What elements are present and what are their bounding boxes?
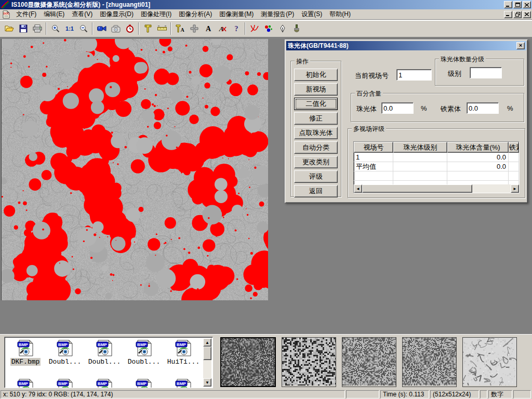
mdi-minimize-button[interactable] xyxy=(504,11,512,18)
scrollbar-thumb[interactable] xyxy=(362,184,472,193)
ferrite-percent-sign: % xyxy=(507,104,513,112)
open-file-button[interactable] xyxy=(2,22,16,35)
bmp-file-icon xyxy=(175,339,192,357)
file-item[interactable] xyxy=(45,378,85,388)
toolbar-separator xyxy=(46,22,47,35)
current-field-input[interactable] xyxy=(396,69,432,81)
status-spacer xyxy=(480,390,487,398)
toolbar-separator xyxy=(170,22,171,35)
grade-button[interactable]: 评级 xyxy=(294,170,338,183)
phase-dots-button[interactable] xyxy=(261,22,275,35)
col-field-number[interactable]: 视场号 xyxy=(354,142,393,153)
svg-text:A: A xyxy=(218,25,223,33)
measure-text-button[interactable]: A xyxy=(173,22,187,35)
zoom-in-button[interactable] xyxy=(48,22,62,35)
menu-view[interactable]: 查看(V) xyxy=(68,9,96,20)
binarize-button[interactable]: 二值化 xyxy=(294,98,338,110)
text-style-button[interactable]: A xyxy=(215,22,229,35)
change-class-button[interactable]: 更改类别 xyxy=(294,156,338,168)
operations-group: 操作 初始化 新视场 二值化 修正 点取珠光体 自动分类 更改类别 评级 返回 xyxy=(290,61,341,197)
level-input[interactable] xyxy=(470,67,502,78)
menu-file[interactable]: 文件(F) xyxy=(12,9,40,20)
file-item[interactable] xyxy=(124,378,164,388)
dialog-title: 珠光体(GB/T9441-88) xyxy=(288,42,516,50)
image-thumbnail[interactable] xyxy=(282,338,336,385)
file-browser-scrollbar[interactable]: ▲ ▼ xyxy=(203,338,211,387)
menu-image-processing[interactable]: 图像处理(I) xyxy=(137,9,175,20)
return-button[interactable]: 返回 xyxy=(294,185,338,197)
file-item[interactable]: HuiTi... xyxy=(164,339,203,366)
menu-edit[interactable]: 编辑(E) xyxy=(40,9,68,20)
file-item[interactable] xyxy=(85,378,124,388)
initialize-button[interactable]: 初始化 xyxy=(294,69,338,81)
file-name: DKF.bmp xyxy=(10,358,41,366)
status-spacer xyxy=(346,390,379,398)
scroll-right-icon[interactable]: ► xyxy=(511,184,519,193)
actual-size-button[interactable]: 1:1 xyxy=(62,22,76,35)
mdi-restore-button[interactable] xyxy=(513,11,522,18)
maximize-button[interactable] xyxy=(513,1,522,8)
file-browser: DKF.bmp Doubl... Doubl... Doubl... HuiTi… xyxy=(4,337,213,388)
scroll-left-icon[interactable]: ◄ xyxy=(354,184,362,193)
camera-capture-button[interactable] xyxy=(109,22,123,35)
image-thumbnail[interactable] xyxy=(342,338,396,385)
fill-brush-button[interactable] xyxy=(289,22,303,35)
draw-pen-button[interactable] xyxy=(275,22,289,35)
pearlite-percent-input[interactable] xyxy=(381,102,414,114)
file-item[interactable] xyxy=(6,378,45,388)
menu-help[interactable]: 帮助(H) xyxy=(326,9,354,20)
table-horizontal-scrollbar[interactable]: ◄ ► xyxy=(354,184,519,193)
caliper-button[interactable] xyxy=(141,22,155,35)
menu-settings[interactable]: 设置(S) xyxy=(298,9,326,20)
save-button[interactable] xyxy=(16,22,30,35)
grain-boundary-button[interactable] xyxy=(247,22,261,35)
bmp-file-icon xyxy=(96,378,113,388)
col-pearlite-content[interactable]: 珠光体含量(%) xyxy=(447,142,509,153)
auto-classify-button[interactable]: 自动分类 xyxy=(294,141,338,154)
document-icon[interactable]: DOC xyxy=(2,10,10,19)
scroll-down-icon[interactable]: ▼ xyxy=(203,378,211,387)
video-capture-button[interactable] xyxy=(95,22,109,35)
pick-pearlite-button[interactable]: 点取珠光体 xyxy=(294,127,338,139)
scrollbar-thumb[interactable] xyxy=(203,347,211,360)
print-button[interactable] xyxy=(30,22,44,35)
dialog-close-button[interactable]: × xyxy=(516,42,525,49)
file-row-clipped xyxy=(6,378,203,388)
file-item[interactable]: Doubl... xyxy=(85,339,124,366)
status-bar: x: 510 y: 79 idx: 0 RGB: (174, 174, 174)… xyxy=(0,390,532,399)
title-bar: IS100显微摄像系统(金相分析版) - [zhuguangti01] xyxy=(0,0,532,9)
file-item[interactable]: Doubl... xyxy=(124,339,164,366)
metallographic-image[interactable] xyxy=(1,39,268,300)
table-row-empty xyxy=(354,181,519,184)
bmp-file-icon xyxy=(175,378,192,388)
menu-image-analysis[interactable]: 图像分析(A) xyxy=(175,9,216,20)
mdi-close-button[interactable] xyxy=(523,11,531,18)
close-button[interactable] xyxy=(523,1,531,8)
correct-button[interactable]: 修正 xyxy=(294,112,338,125)
merge-cross-button[interactable] xyxy=(187,22,201,35)
menu-measure-report[interactable]: 测量报告(P) xyxy=(257,9,298,20)
col-pearlite-level[interactable]: 珠光体级别 xyxy=(393,142,447,153)
ferrite-percent-input[interactable] xyxy=(467,102,499,114)
timer-button[interactable] xyxy=(123,22,137,35)
table-row[interactable]: 平均值 0.0 xyxy=(354,162,519,171)
image-thumbnail[interactable] xyxy=(221,338,275,386)
new-field-button[interactable]: 新视场 xyxy=(294,83,338,96)
minimize-button[interactable] xyxy=(504,1,512,8)
image-thumbnail[interactable] xyxy=(463,338,516,385)
text-button[interactable]: A xyxy=(201,22,215,35)
file-item[interactable]: Doubl... xyxy=(45,339,85,366)
col-ferrite-content[interactable]: 铁素体含量(%) xyxy=(509,142,519,153)
file-item[interactable] xyxy=(164,378,203,388)
scroll-up-icon[interactable]: ▲ xyxy=(203,338,211,347)
processing-time: Time (s): 0.113 xyxy=(380,390,429,398)
file-item[interactable]: DKF.bmp xyxy=(6,339,45,366)
dialog-title-bar[interactable]: 珠光体(GB/T9441-88) × xyxy=(286,41,526,50)
image-thumbnail[interactable] xyxy=(403,338,456,385)
ruler-button[interactable] xyxy=(155,22,169,35)
menu-image-display[interactable]: 图像显示(D) xyxy=(96,9,137,20)
table-row[interactable]: 1 0.0 xyxy=(354,153,519,162)
zoom-out-button[interactable] xyxy=(76,22,90,35)
menu-image-measure[interactable]: 图像测量(M) xyxy=(216,9,257,20)
help-button[interactable]: ? xyxy=(229,22,243,35)
